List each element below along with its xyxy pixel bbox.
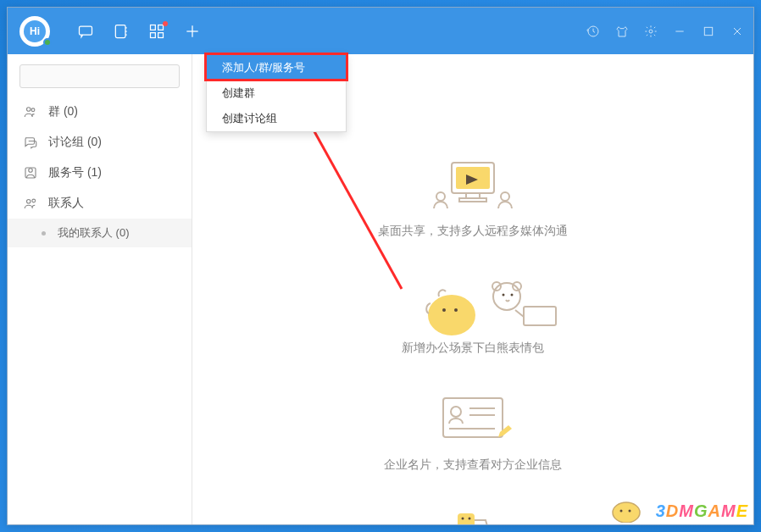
svg-rect-28	[459, 198, 486, 202]
feature-illustration	[422, 273, 524, 332]
svg-point-50	[613, 502, 640, 523]
feature-bear-sticker: 新增办公场景下白熊表情包	[402, 273, 544, 356]
svg-point-41	[451, 407, 461, 417]
corner-mascot	[609, 497, 643, 523]
watermark: 3DMGAME	[656, 502, 748, 521]
svg-rect-1	[115, 25, 125, 37]
history-icon[interactable]	[586, 24, 601, 39]
nav-label: 服务号 (1)	[48, 165, 102, 180]
svg-rect-7	[151, 32, 156, 37]
close-icon[interactable]	[730, 24, 745, 39]
feature-text: 桌面共享，支持多人远程多媒体沟通	[378, 224, 568, 239]
toolbar-icons	[77, 23, 201, 40]
svg-point-12	[649, 30, 653, 33]
bullet-icon	[42, 231, 46, 236]
sub-label: 我的联系人 (0)	[58, 225, 130, 241]
service-icon	[23, 165, 38, 180]
maximize-icon[interactable]	[701, 24, 716, 39]
dd-label: 创建群	[222, 86, 255, 101]
sub-my-contacts[interactable]: 我的联系人 (0)	[8, 219, 192, 247]
feature-illustration	[422, 156, 524, 215]
window-controls	[586, 8, 745, 54]
sidebar: 群 (0) 讨论组 (0) 服务号 (1) 联系人 我的联系	[8, 54, 192, 524]
titlebar: Hi	[8, 8, 753, 54]
feature-text: 新增办公场景下白熊表情包	[402, 341, 544, 356]
feature-list: 桌面共享，支持多人远程多媒体沟通 新增办公场景下白熊表情包 企业名片，支持查看对…	[192, 156, 753, 524]
plus-icon[interactable]	[184, 23, 201, 40]
feature-text: 企业名片，支持查看对方企业信息	[384, 457, 562, 473]
nav-label: 联系人	[48, 196, 84, 211]
contacts-icon[interactable]	[113, 23, 130, 40]
svg-point-23	[27, 200, 31, 204]
nav-discussion[interactable]: 讨论组 (0)	[8, 127, 192, 158]
svg-point-30	[501, 192, 509, 201]
svg-rect-39	[524, 307, 556, 325]
feature-screen-share: 桌面共享，支持多人远程多媒体沟通	[378, 156, 568, 239]
app-window: Hi	[7, 7, 754, 525]
svg-point-47	[469, 518, 471, 520]
svg-point-21	[29, 169, 33, 173]
nav-service[interactable]: 服务号 (1)	[8, 158, 192, 188]
feature-bean-sticker: 黄豆表情部分优化调整	[414, 507, 532, 524]
svg-rect-6	[158, 25, 164, 30]
app-logo[interactable]: Hi	[19, 16, 50, 47]
minimize-icon[interactable]	[672, 24, 687, 39]
status-dot-online	[43, 38, 52, 47]
discussion-icon	[23, 135, 38, 150]
svg-rect-40	[443, 398, 503, 437]
svg-point-52	[629, 510, 631, 513]
contacts-sublist: 我的联系人 (0)	[8, 219, 192, 247]
plus-dropdown: 添加人/群/服务号 创建群 创建讨论组	[206, 54, 347, 132]
feature-illustration	[422, 390, 524, 449]
dd-label: 添加人/群/服务号	[222, 60, 305, 75]
svg-rect-14	[704, 27, 712, 35]
notification-dot	[163, 21, 168, 26]
nav-label: 群 (0)	[48, 104, 78, 119]
svg-point-37	[503, 294, 505, 296]
chat-icon[interactable]	[77, 23, 94, 40]
contacts-nav-icon	[23, 196, 38, 211]
apps-icon[interactable]	[148, 23, 165, 40]
nav-groups[interactable]: 群 (0)	[8, 97, 192, 127]
svg-point-20	[31, 108, 35, 112]
feature-illustration	[422, 507, 524, 524]
search-input[interactable]	[19, 64, 180, 88]
body: 群 (0) 讨论组 (0) 服务号 (1) 联系人 我的联系	[8, 54, 753, 524]
svg-point-34	[493, 283, 520, 310]
nav-list: 群 (0) 讨论组 (0) 服务号 (1) 联系人	[8, 97, 192, 219]
settings-icon[interactable]	[643, 24, 658, 39]
svg-point-31	[428, 295, 475, 335]
nav-label: 讨论组 (0)	[48, 135, 102, 150]
svg-point-46	[462, 518, 464, 520]
svg-rect-8	[158, 32, 164, 37]
logo-text: Hi	[24, 20, 46, 42]
svg-point-24	[32, 199, 36, 202]
dd-create-group[interactable]: 创建群	[207, 80, 346, 106]
svg-point-33	[454, 308, 458, 312]
svg-rect-0	[80, 26, 92, 35]
nav-contacts[interactable]: 联系人	[8, 188, 192, 219]
svg-point-51	[620, 510, 623, 513]
dd-add-contact[interactable]: 添加人/群/服务号	[207, 55, 346, 80]
feature-business-card: 企业名片，支持查看对方企业信息	[384, 390, 562, 473]
dd-label: 创建讨论组	[222, 111, 277, 126]
svg-point-32	[442, 308, 446, 312]
svg-point-19	[27, 108, 31, 112]
search-container	[8, 54, 192, 97]
svg-rect-5	[151, 25, 156, 30]
svg-rect-45	[458, 513, 475, 524]
svg-point-29	[436, 192, 445, 201]
dd-create-discussion[interactable]: 创建讨论组	[207, 106, 346, 131]
group-icon	[23, 104, 38, 119]
svg-point-38	[511, 294, 514, 296]
skin-icon[interactable]	[614, 24, 630, 39]
